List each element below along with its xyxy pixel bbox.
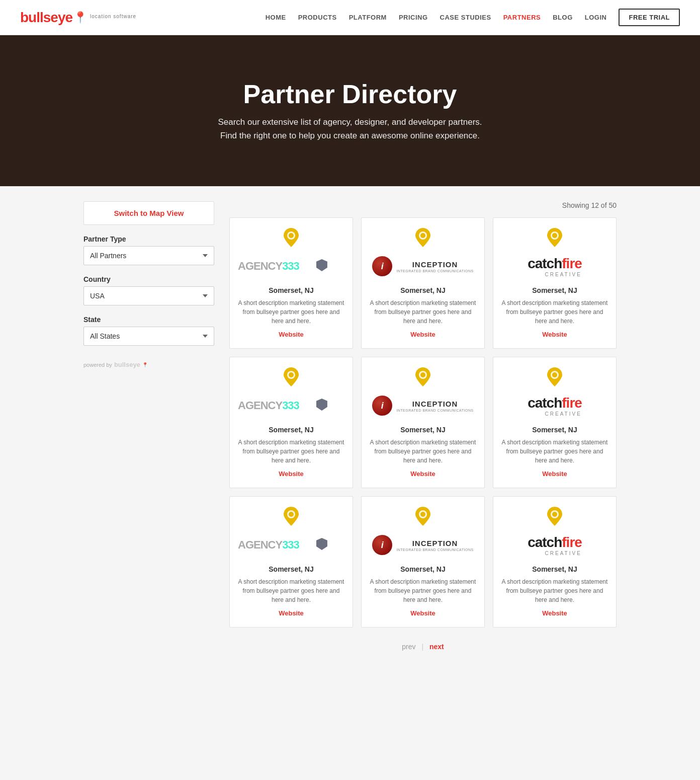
card-website-link[interactable]: Website	[238, 331, 344, 338]
hero-subtitle: Search our extensive list of agency, des…	[214, 115, 486, 142]
card-description: A short description marketing statement …	[501, 438, 608, 465]
card-logo: i INCEPTION INTEGRATED BRAND COMMUNICATI…	[370, 251, 476, 281]
card-description: A short description marketing statement …	[370, 298, 476, 326]
nav-products[interactable]: PRODUCTS	[298, 14, 337, 21]
content-area: Showing 12 of 50 AGENCY 333 Somerset, NJ…	[229, 201, 617, 651]
card-location: Somerset, NJ	[238, 426, 344, 434]
hero-title: Partner Directory	[214, 79, 486, 109]
partner-card: AGENCY 333 Somerset, NJ A short descript…	[229, 217, 353, 349]
svg-point-5	[552, 233, 557, 238]
powered-by-text: powered by	[83, 362, 112, 368]
svg-point-15	[420, 512, 425, 517]
card-logo: catchfire CREATIVE	[501, 391, 608, 421]
card-website-link[interactable]: Website	[501, 609, 608, 617]
card-location: Somerset, NJ	[238, 565, 344, 573]
card-location: Somerset, NJ	[501, 426, 608, 434]
card-website-link[interactable]: Website	[370, 470, 476, 478]
partner-grid: AGENCY 333 Somerset, NJ A short descript…	[229, 217, 617, 628]
card-website-link[interactable]: Website	[501, 470, 608, 478]
nav-login[interactable]: LOGIN	[585, 14, 607, 21]
state-select[interactable]: All States	[83, 327, 214, 346]
partner-card: i INCEPTION INTEGRATED BRAND COMMUNICATI…	[361, 357, 485, 488]
switch-map-button[interactable]: Switch to Map View	[83, 201, 214, 225]
card-logo: AGENCY 333	[238, 530, 344, 560]
nav-free-trial[interactable]: FREE TRIAL	[619, 9, 680, 26]
logo-text: bullseye	[20, 10, 72, 26]
partner-card: catchfire CREATIVE Somerset, NJ A short …	[493, 496, 617, 628]
svg-point-3	[420, 233, 425, 238]
card-location: Somerset, NJ	[238, 286, 344, 294]
card-website-link[interactable]: Website	[370, 331, 476, 338]
logo[interactable]: bullseye 📍 location software	[20, 10, 136, 26]
card-description: A short description marketing statement …	[370, 438, 476, 465]
nav-links: HOME PRODUCTS PLATFORM PRICING CASE STUD…	[266, 9, 680, 26]
card-description: A short description marketing statement …	[370, 577, 476, 604]
svg-point-11	[552, 372, 557, 377]
card-location: Somerset, NJ	[501, 565, 608, 573]
powered-by-logo: bullseye	[114, 361, 140, 368]
pagination: prev | next	[229, 643, 617, 651]
next-page[interactable]: next	[429, 643, 444, 651]
svg-point-1	[289, 233, 294, 238]
state-label: State	[83, 316, 214, 324]
partner-card: AGENCY 333 Somerset, NJ A short descript…	[229, 357, 353, 488]
prev-page[interactable]: prev	[402, 643, 415, 651]
partner-type-select[interactable]: All Partners	[83, 246, 214, 265]
card-description: A short description marketing statement …	[238, 577, 344, 604]
pagination-separator: |	[421, 643, 423, 651]
main-layout: Switch to Map View Partner Type All Part…	[73, 186, 627, 666]
card-logo: i INCEPTION INTEGRATED BRAND COMMUNICATI…	[370, 391, 476, 421]
nav-pricing[interactable]: PRICING	[399, 14, 428, 21]
partner-card: catchfire CREATIVE Somerset, NJ A short …	[493, 217, 617, 349]
svg-point-7	[289, 372, 294, 377]
hero-content: Partner Directory Search our extensive l…	[214, 79, 486, 142]
card-website-link[interactable]: Website	[370, 609, 476, 617]
svg-point-17	[552, 512, 557, 517]
card-website-link[interactable]: Website	[501, 331, 608, 338]
card-description: A short description marketing statement …	[501, 577, 608, 604]
state-filter: State All States	[83, 316, 214, 346]
svg-point-9	[420, 372, 425, 377]
partner-type-label: Partner Type	[83, 235, 214, 243]
card-description: A short description marketing statement …	[501, 298, 608, 326]
card-website-link[interactable]: Website	[238, 609, 344, 617]
hero-section: Partner Directory Search our extensive l…	[0, 35, 700, 186]
nav-platform[interactable]: PLATFORM	[349, 14, 387, 21]
logo-sub: location software	[90, 14, 136, 19]
card-logo: catchfire CREATIVE	[501, 251, 608, 281]
powered-by: powered by bullseye 📍	[83, 361, 214, 368]
partner-card: AGENCY 333 Somerset, NJ A short descript…	[229, 496, 353, 628]
card-location: Somerset, NJ	[370, 426, 476, 434]
card-website-link[interactable]: Website	[238, 470, 344, 478]
partner-card: i INCEPTION INTEGRATED BRAND COMMUNICATI…	[361, 217, 485, 349]
showing-count: Showing 12 of 50	[229, 201, 617, 209]
country-select[interactable]: USA	[83, 286, 214, 305]
navigation: bullseye 📍 location software HOME PRODUC…	[0, 0, 700, 35]
card-description: A short description marketing statement …	[238, 298, 344, 326]
country-label: Country	[83, 275, 214, 283]
country-filter: Country USA	[83, 275, 214, 305]
card-logo: catchfire CREATIVE	[501, 530, 608, 560]
partner-card: i INCEPTION INTEGRATED BRAND COMMUNICATI…	[361, 496, 485, 628]
svg-point-13	[289, 512, 294, 517]
nav-case-studies[interactable]: CASE STUDIES	[440, 14, 491, 21]
nav-partners[interactable]: PARTNERS	[503, 14, 541, 21]
powered-by-pin-icon: 📍	[142, 362, 148, 367]
card-location: Somerset, NJ	[370, 286, 476, 294]
partner-type-filter: Partner Type All Partners	[83, 235, 214, 265]
card-logo: i INCEPTION INTEGRATED BRAND COMMUNICATI…	[370, 530, 476, 560]
nav-home[interactable]: HOME	[266, 14, 286, 21]
nav-blog[interactable]: BLOG	[553, 14, 573, 21]
card-logo: AGENCY 333	[238, 391, 344, 421]
sidebar: Switch to Map View Partner Type All Part…	[83, 201, 214, 368]
card-location: Somerset, NJ	[501, 286, 608, 294]
card-location: Somerset, NJ	[370, 565, 476, 573]
card-logo: AGENCY 333	[238, 251, 344, 281]
card-description: A short description marketing statement …	[238, 438, 344, 465]
logo-pin-icon: 📍	[73, 11, 87, 24]
partner-card: catchfire CREATIVE Somerset, NJ A short …	[493, 357, 617, 488]
